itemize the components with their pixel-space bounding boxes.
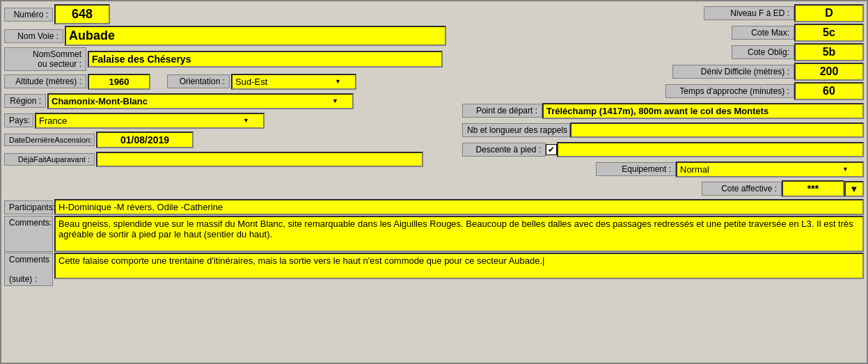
deja-row: DéjàFaitAuparavant :: [4, 150, 457, 168]
altitude-label: Altitude (mètres) :: [4, 74, 86, 88]
participants-label: Participants:: [4, 200, 53, 214]
equipement-row: Equipement : Normal ▼: [462, 160, 864, 178]
equipement-select[interactable]: Normal ▼: [676, 161, 864, 177]
cote-affective-label: Cote affective :: [702, 182, 782, 196]
deniv-label: Déniv Difficile (mètres) :: [672, 65, 794, 79]
main-container: Numéro : 648 Nom Voie : Aubade NomSommet…: [0, 0, 868, 364]
participants-row: Participants: H-Dominique -M révers, Odi…: [4, 199, 864, 215]
descente-label: Descente à pied :: [462, 143, 546, 157]
region-label: Région :: [4, 94, 46, 108]
pays-value: France: [39, 116, 67, 126]
point-depart-label: Point de départ :: [462, 104, 542, 118]
comments-row: Comments: Beau gneiss, splendide vue sur…: [4, 216, 864, 252]
date-row: DateDernièreAscension: 01/08/2019: [4, 131, 457, 149]
niveau-label: Niveau F à ED :: [704, 6, 794, 20]
deja-value[interactable]: [96, 152, 423, 167]
region-value: Chamonix-Mont-Blanc: [52, 96, 148, 106]
cote-max-row: Cote Max: 5c: [462, 24, 864, 42]
descente-checkbox-area: ✔: [546, 144, 557, 155]
comments-label-text: Comments:: [9, 218, 52, 228]
altitude-value[interactable]: 1960: [88, 74, 150, 90]
comments-suite-textarea[interactable]: Cette falaise comporte une trentaine d'i…: [54, 253, 864, 279]
top-section: Numéro : 648 Nom Voie : Aubade NomSommet…: [4, 4, 864, 198]
niveau-value[interactable]: D: [794, 4, 864, 22]
cote-oblig-value[interactable]: 5b: [794, 43, 864, 61]
nom-voie-input[interactable]: Aubade: [65, 26, 446, 46]
orientation-value: Sud-Est: [235, 77, 267, 87]
nom-sommet-label: NomSommet ou secteur :: [4, 47, 86, 71]
orientation-arrow-icon: ▼: [335, 78, 341, 85]
cote-affective-arrow-icon: ▼: [850, 184, 859, 194]
equipement-label: Equipement :: [596, 162, 676, 176]
altitude-orientation-row: Altitude (mètres) : 1960 Orientation : S…: [4, 72, 457, 90]
nb-rappels-value[interactable]: [570, 122, 864, 138]
descente-checkbox[interactable]: ✔: [546, 144, 557, 155]
orientation-label: Orientation :: [167, 74, 230, 88]
pays-arrow-icon: ▼: [243, 117, 249, 124]
date-label: DateDernièreAscension:: [4, 134, 95, 146]
numero-value[interactable]: 648: [54, 4, 110, 24]
cote-max-value[interactable]: 5c: [794, 24, 864, 42]
nom-sommet-row: NomSommet ou secteur : Falaise des Chése…: [4, 47, 457, 71]
equipement-arrow-icon: ▼: [842, 166, 849, 173]
pays-row: Pays: France ▼: [4, 111, 457, 129]
comments-suite-row: Comments (suite) : Cette falaise comport…: [4, 253, 864, 286]
comments-suite-label-line1: Comments: [9, 255, 49, 264]
pays-label: Pays:: [4, 113, 33, 127]
nom-sommet-select[interactable]: Falaise des Chéserys: [88, 51, 443, 68]
participants-input[interactable]: H-Dominique -M révers, Odile -Catherine: [54, 199, 864, 215]
orientation-select[interactable]: Sud-Est ▼: [231, 74, 356, 90]
numero-label: Numéro :: [4, 8, 53, 22]
pays-select[interactable]: France ▼: [35, 113, 265, 129]
region-row: Région : Chamonix-Mont-Blanc ▼: [4, 92, 457, 110]
bottom-section: Participants: H-Dominique -M révers, Odi…: [4, 199, 864, 286]
cote-oblig-row: Cote Oblig: 5b: [462, 43, 864, 61]
comments-label: Comments:: [4, 216, 53, 252]
niveau-row: Niveau F à ED : D: [462, 4, 864, 22]
temps-label: Temps d'approche (minutes) :: [665, 84, 794, 98]
nb-rappels-row: Nb et longueur des rappels :: [462, 121, 864, 139]
cote-affective-row: Cote affective : *** ▼: [462, 180, 864, 198]
point-depart-row: Point de départ : Tréléchamp (1417m), 80…: [462, 102, 864, 120]
descente-extra: [557, 142, 864, 157]
temps-row: Temps d'approche (minutes) : 60: [462, 82, 864, 100]
nb-rappels-label: Nb et longueur des rappels :: [462, 123, 570, 137]
left-panel: Numéro : 648 Nom Voie : Aubade NomSommet…: [4, 4, 457, 198]
region-arrow-icon: ▼: [332, 97, 338, 104]
temps-value[interactable]: 60: [794, 82, 864, 100]
comments-suite-label: Comments (suite) :: [4, 253, 53, 286]
nom-voie-label: Nom Voie :: [4, 29, 63, 43]
deja-label: DéjàFaitAuparavant :: [4, 153, 95, 166]
nom-voie-row: Nom Voie : Aubade: [4, 26, 457, 46]
cote-max-label: Cote Max:: [732, 26, 794, 40]
descente-row: Descente à pied : ✔: [462, 141, 864, 159]
right-panel: Niveau F à ED : D Cote Max: 5c Cote Obli…: [457, 4, 864, 198]
comments-textarea[interactable]: Beau gneiss, splendide vue sur le massif…: [54, 216, 864, 252]
date-value[interactable]: 01/08/2019: [96, 132, 194, 148]
equipement-value: Normal: [680, 164, 709, 175]
point-depart-value[interactable]: Tréléchamp (1417m), 800m avant le col de…: [542, 103, 864, 119]
numero-row: Numéro : 648: [4, 4, 457, 24]
cote-affective-value[interactable]: ***: [782, 180, 844, 197]
comments-suite-label-line2: (suite) :: [9, 274, 37, 284]
deniv-value[interactable]: 200: [794, 63, 864, 81]
deniv-row: Déniv Difficile (mètres) : 200: [462, 63, 864, 81]
cote-affective-arrow-btn[interactable]: ▼: [844, 181, 864, 197]
region-select[interactable]: Chamonix-Mont-Blanc ▼: [47, 93, 354, 109]
cote-oblig-label: Cote Oblig:: [732, 45, 794, 59]
